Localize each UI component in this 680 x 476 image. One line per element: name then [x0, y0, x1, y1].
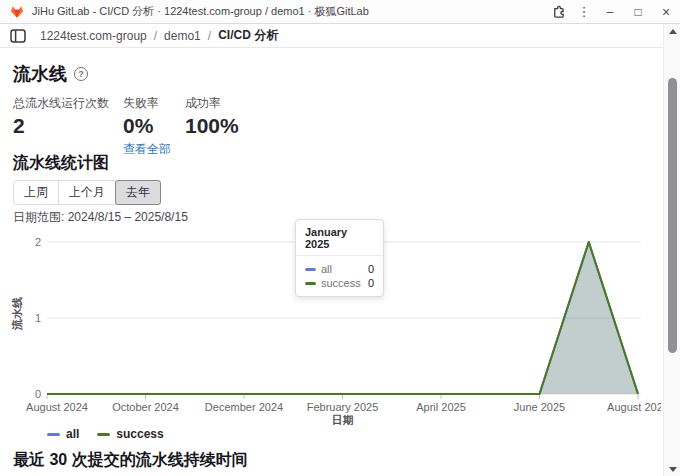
range-button-last-month[interactable]: 上个月	[58, 180, 116, 205]
sidebar-toggle-icon[interactable]	[10, 29, 26, 43]
x-tick-label: October 2024	[112, 401, 179, 413]
breadcrumb: 1224test.com-group / demo1 / CI/CD 分析	[0, 24, 663, 48]
y-tick-label: 0	[35, 388, 41, 400]
series-swatch-all	[305, 268, 316, 271]
tooltip-row-success: success 0	[305, 277, 374, 289]
window-titlebar: JiHu GitLab - CI/CD 分析 · 1224test.com-gr…	[0, 0, 680, 24]
jihu-gitlab-favicon	[10, 5, 24, 19]
minimize-button[interactable]: –	[596, 0, 624, 23]
chart-tooltip: January 2025 all 0 success 0	[295, 219, 384, 297]
x-tick-label: February 2025	[307, 401, 379, 413]
stat-failure-rate: 失败率 0% 查看全部	[123, 95, 171, 158]
x-axis-title: 日期	[332, 414, 354, 425]
legend-item-all[interactable]: all	[47, 427, 79, 441]
stat-value: 100%	[185, 114, 239, 138]
legend-swatch-all	[47, 433, 60, 436]
x-tick-label: April 2025	[416, 401, 466, 413]
date-range-button-group: 上周 上个月 去年	[13, 180, 161, 205]
tooltip-title: January 2025	[296, 220, 383, 256]
browser-menu-icon[interactable]: ⋮	[572, 0, 596, 23]
range-button-last-year[interactable]: 去年	[115, 180, 161, 205]
stat-label: 成功率	[185, 95, 239, 112]
x-tick-label: December 2024	[205, 401, 283, 413]
page-title: 流水线	[13, 62, 67, 86]
pipeline-stats: 总流水线运行次数 2 失败率 0% 查看全部 成功率 100%	[13, 95, 239, 158]
range-button-last-week[interactable]: 上周	[13, 180, 59, 205]
window-title: JiHu GitLab - CI/CD 分析 · 1224test.com-gr…	[32, 4, 544, 19]
maximize-button[interactable]: □	[624, 0, 652, 23]
legend-swatch-success	[97, 433, 110, 436]
scroll-up-arrow[interactable]	[664, 24, 680, 38]
scroll-down-arrow[interactable]	[664, 462, 680, 476]
scrollbar-thumb[interactable]	[668, 78, 677, 353]
chart-legend: all success	[47, 427, 164, 441]
view-all-link[interactable]: 查看全部	[123, 141, 171, 158]
breadcrumb-current-page: CI/CD 分析	[218, 27, 278, 44]
stat-label: 总流水线运行次数	[13, 95, 109, 112]
stat-value: 2	[13, 114, 109, 138]
stat-total-runs: 总流水线运行次数 2	[13, 95, 109, 158]
stat-value: 0%	[123, 114, 171, 138]
x-tick-label: August 2025	[607, 401, 661, 413]
help-icon[interactable]: ?	[74, 67, 88, 81]
y-axis-title: 流水线	[10, 284, 25, 344]
legend-item-success[interactable]: success	[97, 427, 163, 441]
extensions-icon[interactable]	[544, 0, 572, 23]
stat-success-rate: 成功率 100%	[185, 95, 239, 158]
duration-section-title: 最近 30 次提交的流水线持续时间	[13, 450, 248, 471]
x-tick-label: June 2025	[514, 401, 565, 413]
breadcrumb-separator: /	[154, 29, 157, 43]
close-button[interactable]: ×	[652, 0, 680, 23]
breadcrumb-project[interactable]: demo1	[164, 29, 201, 43]
y-tick-label: 1	[35, 312, 41, 324]
x-tick-label: August 2024	[26, 401, 88, 413]
date-range-text: 日期范围: 2024/8/15 – 2025/8/15	[13, 209, 188, 226]
breadcrumb-group[interactable]: 1224test.com-group	[40, 29, 147, 43]
breadcrumb-separator: /	[208, 29, 211, 43]
y-tick-label: 2	[35, 236, 41, 248]
tooltip-row-all: all 0	[305, 263, 374, 275]
series-swatch-success	[305, 282, 316, 285]
stat-label: 失败率	[123, 95, 171, 112]
charts-section-title: 流水线统计图	[13, 153, 109, 174]
vertical-scrollbar[interactable]	[663, 24, 680, 476]
